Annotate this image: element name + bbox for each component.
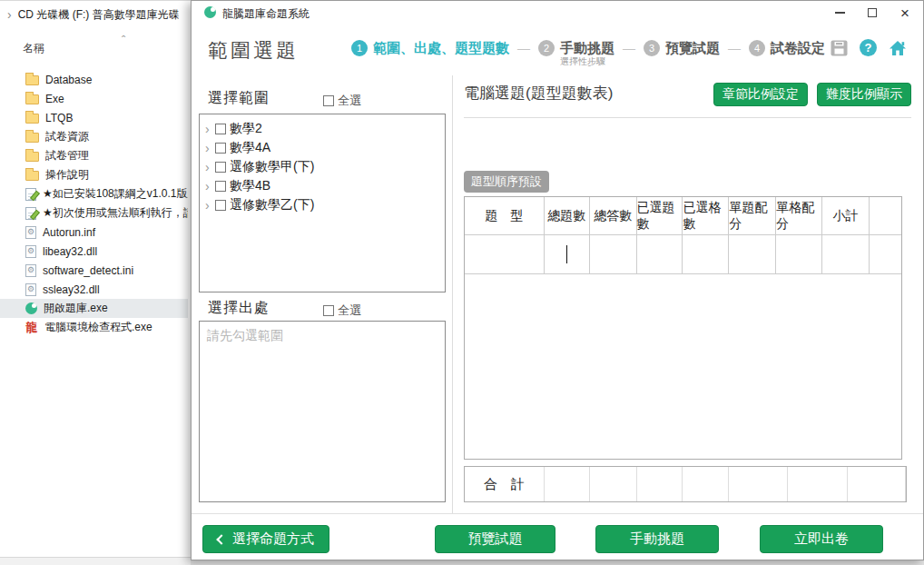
file-row[interactable]: 開啟題庫.exe	[0, 299, 188, 318]
file-name: Autorun.inf	[43, 226, 95, 239]
back-to-mode-button[interactable]: 選擇命題方式	[202, 525, 329, 553]
gear-icon: ⚙	[27, 266, 34, 274]
range-select-all[interactable]: 全選	[323, 93, 361, 109]
document-icon	[25, 188, 36, 201]
range-tree: ›數學2›數學4A›選修數學甲(下)›數學4B›選修數學乙(下)	[199, 114, 446, 292]
step-number-badge: 1	[351, 40, 368, 56]
chevron-right-icon[interactable]: ›	[205, 162, 215, 173]
wizard-step-3[interactable]: 3預覽試題	[644, 40, 720, 56]
save-icon[interactable]	[831, 40, 848, 56]
help-icon[interactable]: ?	[860, 39, 877, 56]
wizard-step-4[interactable]: 4試卷設定	[749, 40, 825, 56]
file-row[interactable]: ⚙software_detect.ini	[0, 261, 188, 280]
step-label-stack: 試卷設定	[771, 40, 825, 56]
sort-ascending-icon[interactable]: ˆ	[122, 34, 125, 47]
tree-item[interactable]: ›選修數學乙(下)	[200, 195, 445, 214]
table-data-cell[interactable]	[822, 235, 870, 273]
file-name: 電腦環境檢查程式.exe	[44, 320, 152, 335]
file-row[interactable]: ★如已安裝108課綱之v1.0.1版題	[0, 184, 188, 203]
file-row[interactable]: 試卷資源	[0, 127, 188, 146]
tree-item[interactable]: ›數學4B	[200, 176, 445, 195]
file-row[interactable]: 操作說明	[0, 165, 188, 184]
file-row[interactable]: 龍電腦環境檢查程式.exe	[0, 318, 188, 337]
tree-item-label: 選修數學乙(下)	[230, 197, 314, 213]
explorer-root-node[interactable]: › CD 光碟機 (F:) 普高數學題庫光碟	[0, 5, 194, 25]
chevron-right-icon[interactable]: ›	[205, 181, 215, 192]
gear-icon: ⚙	[27, 285, 34, 293]
tree-item[interactable]: ›選修數學甲(下)	[200, 157, 445, 176]
table-data-cell[interactable]	[465, 235, 545, 273]
file-row[interactable]: ⚙ssleay32.dll	[0, 280, 188, 299]
window-title: 龍騰題庫命題系統	[222, 6, 310, 22]
manual-pick-button[interactable]: 手動挑題	[595, 525, 719, 553]
table-data-cell[interactable]	[870, 235, 901, 273]
file-row[interactable]: 試卷管理	[0, 146, 188, 165]
close-icon: ×	[900, 5, 909, 21]
file-row[interactable]: LTQB	[0, 108, 188, 127]
difficulty-ratio-button[interactable]: 難度比例顯示	[817, 83, 911, 106]
chevron-right-icon[interactable]: ›	[205, 143, 215, 154]
checkbox-icon[interactable]	[215, 200, 226, 211]
document-icon	[25, 207, 36, 220]
question-order-badge[interactable]: 題型順序預設	[464, 171, 549, 193]
total-value-cell	[729, 467, 788, 501]
table-header-cell: 已選題數	[637, 197, 683, 234]
generate-exam-button[interactable]: 立即出卷	[760, 525, 883, 553]
folder-icon	[25, 75, 39, 85]
wizard-step-1[interactable]: 1範圍、出處、題型題數	[351, 40, 509, 56]
maximize-button[interactable]	[856, 1, 889, 25]
chapter-ratio-button[interactable]: 章節比例設定	[713, 83, 808, 106]
file-row[interactable]: ⚙libeay32.dll	[0, 242, 188, 261]
minimize-button[interactable]	[823, 1, 856, 25]
wizard-step-2[interactable]: 2手動挑題選擇性步驟	[538, 40, 614, 67]
checkbox-icon[interactable]	[215, 124, 226, 134]
preview-questions-button[interactable]: 預覽試題	[435, 525, 555, 553]
column-header-name[interactable]: 名稱	[23, 41, 44, 56]
step-label-stack: 預覽試題	[665, 40, 720, 56]
folder-icon	[25, 133, 39, 143]
tree-item-label: 數學4A	[230, 140, 270, 156]
table-data-cell[interactable]	[545, 235, 590, 273]
total-value-cell	[788, 467, 848, 501]
step-number-badge: 2	[538, 40, 555, 56]
checkbox-icon[interactable]	[323, 95, 334, 106]
section-divider	[464, 117, 911, 118]
text-cursor	[566, 245, 567, 263]
table-data-cell[interactable]	[729, 235, 776, 273]
close-button[interactable]: ×	[889, 1, 921, 25]
table-header-cell: 總題數	[545, 197, 590, 234]
table-data-cell[interactable]	[683, 235, 729, 273]
tree-item-label: 選修數學甲(下)	[230, 159, 314, 175]
file-row[interactable]: ★初次使用或無法順利執行，請	[0, 203, 188, 223]
dll-file-icon: ⚙	[25, 283, 36, 296]
file-row[interactable]: Exe	[0, 89, 188, 108]
source-list[interactable]: 請先勾選範圍	[199, 321, 446, 502]
file-row[interactable]: Database	[0, 70, 188, 89]
table-data-cell[interactable]	[776, 235, 822, 273]
checkbox-icon[interactable]	[215, 181, 226, 192]
chevron-right-icon[interactable]: ›	[7, 9, 12, 20]
table-header-cell	[870, 197, 901, 234]
total-value-cell	[545, 467, 590, 501]
file-name: ★如已安裝108課綱之v1.0.1版題	[43, 186, 188, 202]
home-icon[interactable]	[889, 40, 907, 56]
tree-item[interactable]: ›數學2	[200, 119, 445, 138]
config-file-icon: ⚙	[25, 264, 36, 277]
file-row[interactable]: ⚙Autorun.inf	[0, 223, 188, 242]
source-select-all[interactable]: 全選	[323, 302, 361, 319]
total-value-cell	[848, 467, 906, 501]
chevron-left-icon	[216, 534, 226, 544]
table-data-cell[interactable]	[590, 235, 637, 273]
file-name: Exe	[45, 93, 64, 105]
step-separator: —	[623, 40, 635, 56]
chevron-right-icon[interactable]: ›	[205, 124, 215, 134]
total-value-cell	[683, 467, 729, 501]
step-number-badge: 4	[749, 40, 765, 56]
tree-item[interactable]: ›數學4A	[200, 138, 445, 157]
checkbox-icon[interactable]	[323, 305, 334, 316]
table-data-cell[interactable]	[637, 235, 683, 273]
chevron-right-icon[interactable]: ›	[205, 200, 215, 211]
explorer-scrollbar-area[interactable]	[0, 557, 191, 565]
checkbox-icon[interactable]	[215, 143, 226, 154]
checkbox-icon[interactable]	[215, 162, 226, 173]
